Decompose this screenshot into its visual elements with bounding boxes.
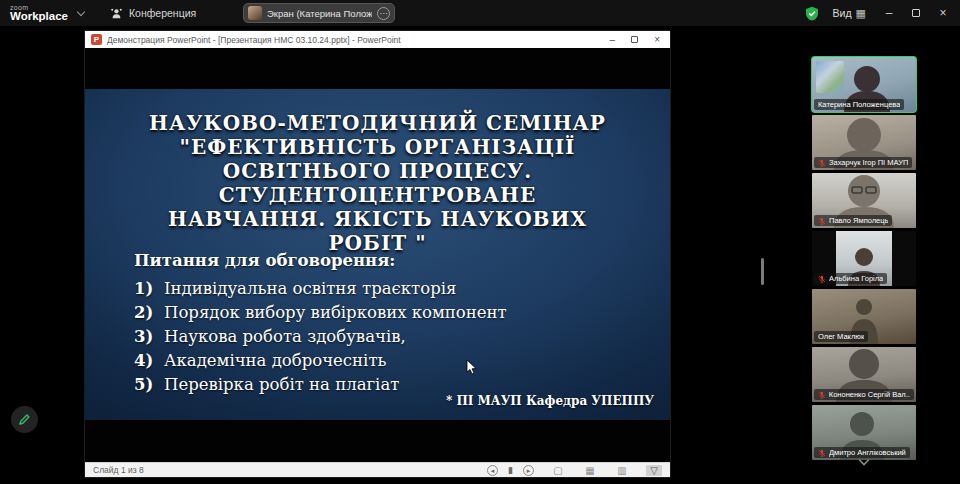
gallery-grid-icon: ▦ <box>856 7 866 20</box>
powerpoint-window-title: Демонстрация PowerPoint - [Презентация Н… <box>107 35 605 45</box>
participant-name-tag: Павло Ямполець <box>814 215 892 226</box>
muted-mic-icon <box>818 217 826 225</box>
list-item: 1) Індивідуальна освітня траєкторія <box>134 277 614 301</box>
list-item-number: 1) <box>134 277 164 301</box>
ppt-close-button[interactable]: × <box>654 35 660 45</box>
participant-name: Кононенко Сергій Вал... <box>829 390 910 399</box>
ppt-restore-button[interactable] <box>631 36 638 43</box>
participant-name-tag: Кононенко Сергій Вал... <box>814 389 914 400</box>
presentation-slide: НАУКОВО-МЕТОДИЧНИЙ СЕМІНАР "ЕФЕКТИВНІСТЬ… <box>85 89 670 420</box>
list-item-text: Наукова робота здобувачів, <box>164 325 406 349</box>
normal-view-button[interactable]: ▢ <box>550 465 566 476</box>
next-slide-button[interactable]: ▸ <box>523 465 534 476</box>
participant-name: Захарчук Ігор ПІ МАУП <box>829 158 908 167</box>
slide-counter: Слайд 1 из 8 <box>93 465 144 475</box>
tab-shared-screen-label: Экран (Катерина Положенцев <box>267 8 372 19</box>
panel-resize-handle[interactable] <box>761 258 764 285</box>
list-item-text: Академічна доброчесніть <box>164 349 387 373</box>
shared-screen-stage: P Демонстрация PowerPoint - [Презентация… <box>0 26 960 484</box>
participant-name-tag: Катерина Положенцева <box>814 99 904 110</box>
participant-name: Катерина Положенцева <box>818 100 900 109</box>
participant-name-tag: Альбина Горіла <box>814 273 887 284</box>
annotation-pen-button[interactable]: ▮ <box>508 465 513 475</box>
topbar-right-controls: Вид ▦ – × <box>805 0 952 26</box>
close-button[interactable]: × <box>934 6 952 20</box>
avatar <box>248 6 262 20</box>
security-shield-icon[interactable] <box>805 6 819 21</box>
list-item: 4) Академічна доброчесніть <box>134 349 614 373</box>
ppt-minimize-button[interactable]: – <box>610 35 616 45</box>
previous-slide-button[interactable]: ◂ <box>487 465 498 476</box>
slide-title-line: СТУДЕНТОЦЕНТРОВАНЕ <box>85 183 670 207</box>
slide-title-line: НАВЧАННЯ. ЯКІСТЬ НАУКОВИХ <box>85 207 670 231</box>
pencil-icon <box>18 413 31 426</box>
slideshow-view-button[interactable]: ▽ <box>646 465 662 476</box>
powerpoint-window-controls: – × <box>610 35 664 45</box>
participant-tile[interactable]: Катерина Положенцева <box>812 57 916 112</box>
slide-title-line: "ЕФЕКТИВНІСТЬ ОРГАНІЗАЦІЇ <box>85 135 670 159</box>
slide-footnote: * ПІ МАУП Кафедра УПЕППУ <box>446 394 654 408</box>
list-item-number: 2) <box>134 301 164 325</box>
participant-tile[interactable]: Кононенко Сергій Вал... <box>812 347 916 402</box>
letterbox-bottom <box>85 420 670 462</box>
participant-tile[interactable]: Олег Маклюк <box>812 289 916 344</box>
participant-tile[interactable]: Дмитро Англіковський <box>812 405 916 460</box>
powerpoint-app-icon: P <box>91 34 102 45</box>
list-item-number: 5) <box>134 373 164 397</box>
annotate-button[interactable] <box>11 406 38 433</box>
muted-mic-icon <box>818 159 826 167</box>
participant-name: Павло Ямполець <box>829 216 888 225</box>
logo-workplace-label: Workplace <box>10 11 68 23</box>
list-item-text: Порядок вибору вибіркових компонент <box>164 301 507 325</box>
letterbox-top <box>85 48 670 89</box>
logo-text: zoom Workplace <box>10 4 68 23</box>
statusbar-controls: ◂ ▮ ▸ ▢ ▦ ▥ ▽ <box>487 465 662 476</box>
restore-window-button[interactable] <box>912 9 920 17</box>
list-item: 2) Порядок вибору вибіркових компонент <box>134 301 614 325</box>
zoom-topbar: zoom Workplace Конференция Экран (Катери… <box>0 0 960 26</box>
muted-mic-icon <box>818 391 826 399</box>
view-button[interactable]: Вид ▦ <box>833 7 866 20</box>
participant-name-tag: Олег Маклюк <box>814 331 868 342</box>
participant-name: Олег Маклюк <box>818 332 864 341</box>
slide-discussion-list: Питання для обговорення: 1) Індивідуальн… <box>134 251 614 397</box>
participants-panel: Катерина Положенцева Захарчук Ігор ПІ МА… <box>812 57 916 463</box>
slide-sorter-view-button[interactable]: ▦ <box>582 465 598 476</box>
slide-title-line: НАУКОВО-МЕТОДИЧНИЙ СЕМІНАР <box>85 111 670 135</box>
chevron-down-icon <box>857 458 871 466</box>
minimize-button[interactable]: – <box>880 6 898 20</box>
powerpoint-titlebar[interactable]: P Демонстрация PowerPoint - [Презентация… <box>85 31 670 48</box>
muted-mic-icon <box>818 449 826 457</box>
zoom-workplace-logo[interactable]: zoom Workplace <box>10 4 84 23</box>
collapse-gallery-button[interactable] <box>853 456 875 468</box>
muted-mic-icon <box>818 275 826 283</box>
zoom-workplace-app: zoom Workplace Конференция Экран (Катери… <box>0 0 960 484</box>
list-item-number: 4) <box>134 349 164 373</box>
powerpoint-statusbar: Слайд 1 из 8 ◂ ▮ ▸ ▢ ▦ ▥ ▽ <box>85 462 670 477</box>
slide-title-line: ОСВІТНЬОГО ПРОЦЕСУ. <box>85 159 670 183</box>
list-item-text: Індивідуальна освітня траєкторія <box>164 277 456 301</box>
participant-tile[interactable]: Павло Ямполець <box>812 173 916 228</box>
list-item: 3) Наукова робота здобувачів, <box>134 325 614 349</box>
participant-name-tag: Захарчук Ігор ПІ МАУП <box>814 157 912 168</box>
tab-conference-label: Конференция <box>129 7 196 19</box>
reading-view-button[interactable]: ▥ <box>614 465 630 476</box>
participant-name: Альбина Горіла <box>829 274 883 283</box>
participant-tile[interactable]: Захарчук Ігор ПІ МАУП <box>812 115 916 170</box>
chevron-down-icon[interactable] <box>77 7 85 15</box>
list-item-text: Перевірка робіт на плагіат <box>164 373 399 397</box>
meeting-people-icon <box>110 7 123 20</box>
slide-title: НАУКОВО-МЕТОДИЧНИЙ СЕМІНАР "ЕФЕКТИВНІСТЬ… <box>85 111 670 255</box>
participant-tile[interactable]: Альбина Горіла <box>812 231 916 286</box>
powerpoint-window: P Демонстрация PowerPoint - [Презентация… <box>85 31 670 477</box>
mouse-cursor-icon <box>466 359 477 375</box>
more-options-icon[interactable]: ⋯ <box>377 7 390 20</box>
list-heading: Питання для обговорення: <box>134 251 614 270</box>
tab-conference[interactable]: Конференция <box>110 7 196 20</box>
list-item-number: 3) <box>134 325 164 349</box>
tab-shared-screen[interactable]: Экран (Катерина Положенцев ⋯ <box>243 3 395 23</box>
view-button-label: Вид <box>833 7 852 19</box>
